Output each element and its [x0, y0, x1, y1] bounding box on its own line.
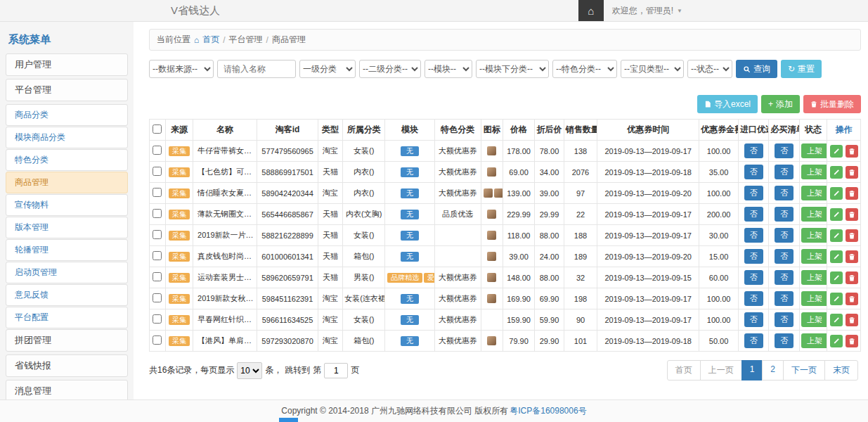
- must-buy-toggle-button[interactable]: 否: [775, 165, 793, 179]
- batch-delete-button[interactable]: 批量删除: [803, 95, 861, 113]
- icp-link[interactable]: 粤ICP备16098006号: [510, 405, 586, 417]
- row-checkbox[interactable]: [153, 230, 162, 239]
- add-button[interactable]: + 添加: [761, 95, 800, 113]
- delete-button[interactable]: [846, 250, 858, 263]
- row-checkbox[interactable]: [153, 272, 162, 281]
- edit-button[interactable]: [830, 229, 843, 242]
- page-button[interactable]: 首页: [667, 360, 701, 381]
- data-source-select[interactable]: --数据来源--: [149, 60, 214, 78]
- reset-button[interactable]: ↻ 重置: [781, 60, 822, 78]
- edit-button[interactable]: [830, 145, 843, 158]
- delete-button[interactable]: [846, 293, 858, 305]
- row-checkbox[interactable]: [153, 335, 162, 345]
- delete-button[interactable]: [846, 314, 858, 326]
- delete-button[interactable]: [846, 187, 858, 200]
- imported-toggle-button[interactable]: 否: [744, 270, 763, 285]
- edit-button[interactable]: [830, 187, 843, 200]
- imported-toggle-button[interactable]: 否: [744, 165, 763, 179]
- delete-button[interactable]: [846, 335, 858, 347]
- imported-toggle-button[interactable]: 否: [744, 143, 763, 158]
- must-buy-toggle-button[interactable]: 否: [775, 249, 793, 264]
- sidebar-item[interactable]: 特色分类: [6, 149, 128, 171]
- home-button[interactable]: ⌂: [578, 0, 604, 21]
- imported-toggle-button[interactable]: 否: [744, 207, 763, 222]
- status-button[interactable]: 上架: [801, 249, 827, 264]
- delete-button[interactable]: [846, 166, 858, 179]
- per-page-select[interactable]: 10: [237, 362, 262, 379]
- status-button[interactable]: 上架: [801, 291, 827, 306]
- status-select[interactable]: --状态--: [687, 60, 732, 78]
- jump-page-input[interactable]: [324, 363, 348, 378]
- row-checkbox[interactable]: [153, 314, 162, 324]
- sidebar-item[interactable]: 轮播管理: [6, 239, 128, 261]
- imported-toggle-button[interactable]: 否: [744, 312, 763, 327]
- delete-button[interactable]: [846, 271, 858, 284]
- status-button[interactable]: 上架: [801, 186, 827, 200]
- feature-category-select[interactable]: --特色分类--: [552, 60, 617, 78]
- sidebar-item[interactable]: 用户管理: [6, 53, 128, 76]
- import-excel-button[interactable]: 导入excel: [697, 95, 758, 113]
- sidebar-item[interactable]: 拼团管理: [6, 329, 128, 352]
- module-select[interactable]: --模块--: [425, 60, 472, 78]
- breadcrumb-home-link[interactable]: 首页: [202, 34, 219, 46]
- level2-category-select[interactable]: --二级分类--: [359, 60, 421, 78]
- row-checkbox[interactable]: [153, 209, 162, 218]
- imported-toggle-button[interactable]: 否: [744, 186, 763, 200]
- page-button[interactable]: 2: [762, 360, 784, 381]
- user-menu[interactable]: 欢迎您，管理员! ▼: [604, 5, 691, 17]
- page-button[interactable]: 下一页: [783, 360, 825, 381]
- module-sub-category-select[interactable]: --模块下分类--: [476, 60, 549, 78]
- imported-toggle-button[interactable]: 否: [744, 249, 763, 264]
- row-checkbox[interactable]: [153, 293, 162, 302]
- row-checkbox[interactable]: [153, 188, 162, 197]
- sidebar-item[interactable]: 启动页管理: [6, 262, 128, 283]
- sidebar-item[interactable]: 平台配置: [6, 307, 128, 328]
- edit-button[interactable]: [830, 208, 843, 221]
- delete-button[interactable]: [846, 208, 858, 221]
- delete-button[interactable]: [846, 145, 858, 158]
- sidebar-item[interactable]: 平台管理: [6, 79, 128, 101]
- edit-button[interactable]: [830, 335, 843, 347]
- sidebar-item[interactable]: 意见反馈: [6, 284, 128, 306]
- sidebar-item[interactable]: 模块商品分类: [6, 127, 128, 148]
- row-checkbox[interactable]: [153, 146, 162, 155]
- page-button[interactable]: 上一页: [700, 360, 742, 381]
- sidebar-item[interactable]: 商品分类: [6, 104, 128, 126]
- search-button[interactable]: 查询: [736, 60, 777, 78]
- must-buy-toggle-button[interactable]: 否: [775, 270, 793, 285]
- must-buy-toggle-button[interactable]: 否: [775, 291, 793, 306]
- sidebar-item[interactable]: 省钱快报: [6, 354, 128, 377]
- sidebar-item[interactable]: 版本管理: [6, 217, 128, 238]
- item-type-select[interactable]: --宝贝类型--: [621, 60, 684, 78]
- status-button[interactable]: 上架: [801, 228, 827, 243]
- must-buy-toggle-button[interactable]: 否: [775, 333, 793, 348]
- must-buy-toggle-button[interactable]: 否: [775, 186, 793, 200]
- must-buy-toggle-button[interactable]: 否: [775, 143, 793, 158]
- imported-toggle-button[interactable]: 否: [744, 228, 763, 243]
- status-button[interactable]: 上架: [801, 165, 827, 179]
- delete-button[interactable]: [846, 229, 858, 242]
- page-button[interactable]: 1: [741, 360, 763, 381]
- edit-button[interactable]: [830, 293, 843, 305]
- edit-button[interactable]: [830, 314, 843, 326]
- status-button[interactable]: 上架: [801, 312, 827, 327]
- level1-category-select[interactable]: 一级分类: [299, 60, 356, 78]
- page-button[interactable]: 末页: [824, 360, 858, 381]
- edit-button[interactable]: [830, 166, 843, 179]
- select-all-checkbox[interactable]: [153, 124, 162, 134]
- status-button[interactable]: 上架: [801, 207, 827, 222]
- must-buy-toggle-button[interactable]: 否: [775, 312, 793, 327]
- row-checkbox[interactable]: [153, 251, 162, 260]
- status-button[interactable]: 上架: [801, 143, 827, 158]
- status-button[interactable]: 上架: [801, 333, 827, 348]
- sidebar-item[interactable]: 商品管理: [6, 172, 128, 193]
- sidebar-item[interactable]: 消息管理: [6, 380, 128, 399]
- row-checkbox[interactable]: [153, 167, 162, 176]
- imported-toggle-button[interactable]: 否: [744, 291, 763, 306]
- name-search-input[interactable]: [217, 60, 296, 78]
- must-buy-toggle-button[interactable]: 否: [775, 228, 793, 243]
- edit-button[interactable]: [830, 271, 843, 284]
- edit-button[interactable]: [830, 250, 843, 263]
- imported-toggle-button[interactable]: 否: [744, 333, 763, 348]
- must-buy-toggle-button[interactable]: 否: [775, 207, 793, 222]
